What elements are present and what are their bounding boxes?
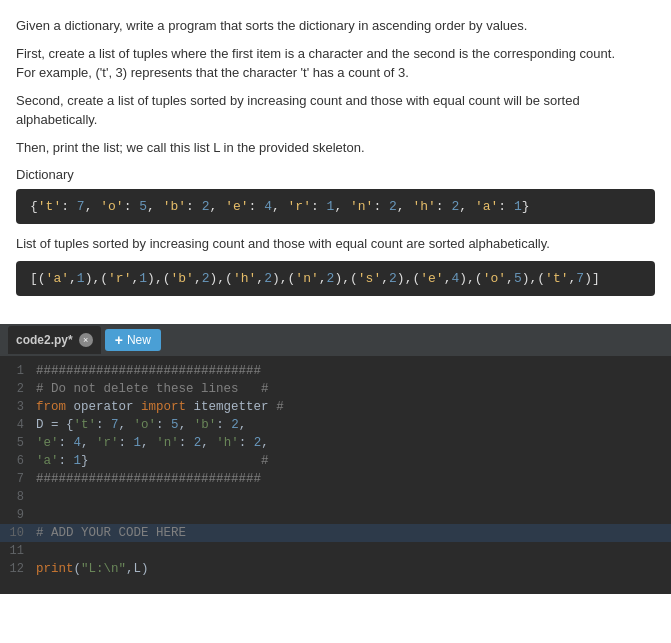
line-number-8: 8	[0, 488, 36, 506]
code-editor[interactable]: 1 ############################## 2 # Do …	[0, 356, 671, 584]
tab-close-button[interactable]: ×	[79, 333, 93, 347]
code-line-1: 1 ##############################	[0, 362, 671, 380]
code-line-4: 4 D = {'t': 7, 'o': 5, 'b': 2,	[0, 416, 671, 434]
dict-code-content: {'t': 7, 'o': 5, 'b': 2, 'e': 4, 'r': 1,…	[30, 199, 530, 214]
code-line-11: 11	[0, 542, 671, 560]
line-number-7: 7	[0, 470, 36, 488]
tab-filename: code2.py*	[16, 333, 73, 347]
dict-code-block: {'t': 7, 'o': 5, 'b': 2, 'e': 4, 'r': 1,…	[16, 189, 655, 224]
line-number-2: 2	[0, 380, 36, 398]
line-number-9: 9	[0, 506, 36, 524]
code-line-2: 2 # Do not delete these lines #	[0, 380, 671, 398]
line-content-5: 'e': 4, 'r': 1, 'n': 2, 'h': 2,	[36, 434, 269, 452]
line-number-1: 1	[0, 362, 36, 380]
line-number-5: 5	[0, 434, 36, 452]
line-number-12: 12	[0, 560, 36, 578]
tab-bar: code2.py* × + New	[0, 324, 671, 356]
para1: Given a dictionary, write a program that…	[16, 16, 655, 36]
line-number-6: 6	[0, 452, 36, 470]
line-content-4: D = {'t': 7, 'o': 5, 'b': 2,	[36, 416, 246, 434]
line-content-1: ##############################	[36, 362, 261, 380]
code-editor-panel: code2.py* × + New 1 ####################…	[0, 324, 671, 594]
code-line-10: 10 # ADD YOUR CODE HERE	[0, 524, 671, 542]
code-line-7: 7 ##############################	[0, 470, 671, 488]
line-content-7: ##############################	[36, 470, 261, 488]
instructions-section: Given a dictionary, write a program that…	[0, 0, 671, 314]
code-line-5: 5 'e': 4, 'r': 1, 'n': 2, 'h': 2,	[0, 434, 671, 452]
code-line-12: 12 print("L:\n",L)	[0, 560, 671, 578]
para3: Second, create a list of tuples sorted b…	[16, 91, 655, 130]
line-content-3: from operator import itemgetter #	[36, 398, 284, 416]
code-line-6: 6 'a': 1} #	[0, 452, 671, 470]
dict-label: Dictionary	[16, 165, 655, 185]
code-line-8: 8	[0, 488, 671, 506]
line-number-11: 11	[0, 542, 36, 560]
line-content-10: # ADD YOUR CODE HERE	[36, 524, 186, 542]
new-button[interactable]: + New	[105, 329, 161, 351]
line-content-12: print("L:\n",L)	[36, 560, 149, 578]
line-content-6: 'a': 1} #	[36, 452, 269, 470]
line-number-10: 10	[0, 524, 36, 542]
list-code-block: [('a',1),('r',1),('b',2),('h',2),('n',2)…	[16, 261, 655, 296]
line-number-4: 4	[0, 416, 36, 434]
list-label: List of tuples sorted by increasing coun…	[16, 234, 655, 254]
new-button-label: New	[127, 333, 151, 347]
line-content-2: # Do not delete these lines #	[36, 380, 269, 398]
para4: Then, print the list; we call this list …	[16, 138, 655, 158]
code-line-9: 9	[0, 506, 671, 524]
code-line-3: 3 from operator import itemgetter #	[0, 398, 671, 416]
tab-code2py[interactable]: code2.py* ×	[8, 326, 101, 354]
plus-icon: +	[115, 332, 123, 348]
line-number-3: 3	[0, 398, 36, 416]
list-code-content: [('a',1),('r',1),('b',2),('h',2),('n',2)…	[30, 271, 600, 286]
para2: First, create a list of tuples where the…	[16, 44, 655, 83]
